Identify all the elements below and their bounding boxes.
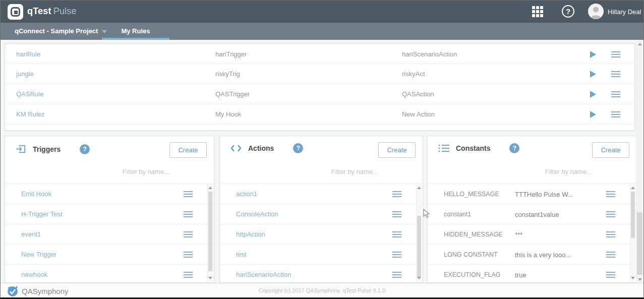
brand-pulse: Pulse	[53, 6, 77, 16]
action-menu-icon[interactable]	[392, 191, 401, 199]
run-rule-icon[interactable]	[590, 71, 596, 78]
action-link[interactable]: httpAction	[236, 230, 265, 238]
triggers-help-icon[interactable]: ?	[80, 144, 90, 154]
list-item: HELLO_MESSAGE TTTHello Pulse W...	[428, 184, 636, 204]
scroll-up-icon[interactable]	[638, 43, 642, 45]
create-trigger-button[interactable]: Create	[169, 142, 207, 158]
list-item: HIDDEN_MESSAGE ***	[428, 224, 636, 245]
triggers-filter-input[interactable]	[58, 165, 169, 177]
list-item: New Trigger	[5, 245, 214, 265]
scroll-down-icon[interactable]	[208, 277, 212, 279]
constants-filter-input[interactable]	[481, 165, 592, 177]
scrollbar-thumb[interactable]	[637, 212, 642, 275]
constant-menu-icon[interactable]	[606, 272, 615, 279]
list-item: EXECUTION_FLAG true	[428, 265, 636, 282]
scroll-up-icon[interactable]	[631, 187, 635, 189]
action-link[interactable]: action1	[236, 190, 257, 198]
tab-my-rules-label: My Rules	[102, 27, 169, 35]
trigger-menu-icon[interactable]	[184, 272, 193, 279]
list-item: httpAction	[220, 224, 423, 245]
action-link[interactable]: test	[236, 251, 247, 258]
scroll-down-icon[interactable]	[638, 278, 642, 281]
list-item: test	[220, 245, 423, 265]
action-menu-icon[interactable]	[392, 272, 401, 279]
app-window: qTestPulse ? Hillary Deal qConnect - Sam…	[0, 0, 644, 299]
trigger-link[interactable]: Emit Hook	[21, 190, 51, 198]
rule-menu-icon[interactable]	[611, 51, 620, 59]
constants-panel-title: Constants	[456, 144, 490, 152]
trigger-link[interactable]: event1	[21, 230, 41, 238]
rule-name-link[interactable]: QASRule	[16, 90, 43, 98]
active-tab-indicator	[102, 38, 169, 40]
constant-name-label: HIDDEN_MESSAGE	[444, 231, 503, 238]
rule-menu-icon[interactable]	[611, 111, 620, 119]
create-action-button[interactable]: Create	[378, 142, 416, 158]
trigger-menu-icon[interactable]	[184, 211, 193, 219]
actions-panel: Actions ? Create action1 ConsoleAction h…	[219, 136, 423, 283]
help-icon[interactable]: ?	[562, 5, 574, 18]
tab-my-rules[interactable]: My Rules	[102, 23, 169, 40]
run-rule-icon[interactable]	[590, 51, 596, 58]
list-item: action1	[220, 184, 423, 204]
rule-menu-icon[interactable]	[611, 91, 620, 99]
project-nav-bar: qConnect - Sample Project My Rules	[1, 23, 643, 40]
scroll-down-icon[interactable]	[631, 277, 635, 279]
scroll-down-icon[interactable]	[417, 277, 421, 279]
rule-action-label: QASAction	[402, 90, 434, 98]
run-rule-icon[interactable]	[590, 111, 596, 118]
actions-help-icon[interactable]: ?	[293, 143, 303, 153]
scrollbar-thumb[interactable]	[631, 192, 635, 238]
list-icon	[438, 143, 450, 153]
project-selector[interactable]: qConnect - Sample Project	[15, 27, 107, 35]
rule-action-label: hariScenarioAction	[402, 50, 457, 58]
qtest-logo-icon	[8, 4, 23, 20]
constant-menu-icon[interactable]	[606, 211, 615, 219]
action-link[interactable]: ConsoleAction	[236, 210, 278, 218]
scroll-up-icon[interactable]	[417, 187, 421, 189]
actions-scrollbar[interactable]	[416, 185, 422, 281]
list-item: Emit Hook	[5, 184, 214, 204]
action-menu-icon[interactable]	[392, 231, 401, 239]
rule-trigger-label: riskyTrig	[215, 70, 240, 78]
actions-filter-input[interactable]	[267, 165, 378, 177]
constants-panel-header: Constants ?	[438, 143, 519, 153]
scrollbar-thumb[interactable]	[208, 192, 212, 271]
list-item: H-Trigger Test	[5, 204, 214, 224]
constants-scrollbar[interactable]	[630, 185, 635, 281]
apps-grid-icon[interactable]	[532, 6, 543, 17]
constant-value-label: TTTHello Pulse W...	[515, 191, 573, 198]
user-avatar[interactable]	[588, 4, 604, 19]
constant-menu-icon[interactable]	[606, 191, 615, 199]
constant-menu-icon[interactable]	[606, 252, 615, 259]
rule-menu-icon[interactable]	[611, 71, 620, 79]
constant-name-label: HELLO_MESSAGE	[444, 191, 499, 198]
rules-table: hariRule hariTrigger hariScenarioAction …	[5, 43, 635, 131]
rule-action-label: riskyAct	[402, 70, 425, 78]
create-constant-button[interactable]: Create	[592, 142, 629, 158]
trigger-link[interactable]: New Trigger	[21, 251, 56, 258]
rule-trigger-label: hariTrigger	[215, 50, 247, 58]
trigger-menu-icon[interactable]	[184, 191, 193, 199]
constants-help-icon[interactable]: ?	[509, 143, 519, 153]
window-scrollbar[interactable]	[636, 41, 643, 283]
rule-name-link[interactable]: hariRule	[16, 50, 40, 58]
run-rule-icon[interactable]	[590, 91, 596, 98]
mouse-cursor-icon	[423, 209, 430, 219]
trigger-link[interactable]: H-Trigger Test	[21, 210, 63, 218]
action-menu-icon[interactable]	[392, 211, 401, 219]
rule-name-link[interactable]: jungle	[16, 70, 34, 78]
user-name-label[interactable]: Hillary Deal	[608, 8, 641, 16]
rule-name-link[interactable]: KM Rulez	[16, 110, 44, 118]
action-link[interactable]: hariScenarioAction	[236, 271, 291, 278]
constant-value-label: this is a very looo...	[515, 251, 571, 259]
list-item: newhook	[5, 265, 214, 282]
trigger-menu-icon[interactable]	[184, 231, 193, 239]
scrollbar-thumb[interactable]	[417, 216, 421, 277]
trigger-menu-icon[interactable]	[184, 252, 193, 259]
constant-menu-icon[interactable]	[606, 231, 615, 239]
triggers-scrollbar[interactable]	[207, 185, 213, 281]
scroll-up-icon[interactable]	[208, 187, 212, 189]
action-menu-icon[interactable]	[392, 252, 401, 259]
trigger-link[interactable]: newhook	[21, 271, 47, 278]
list-item: LONG CONSTANT this is a very looo...	[428, 245, 636, 265]
